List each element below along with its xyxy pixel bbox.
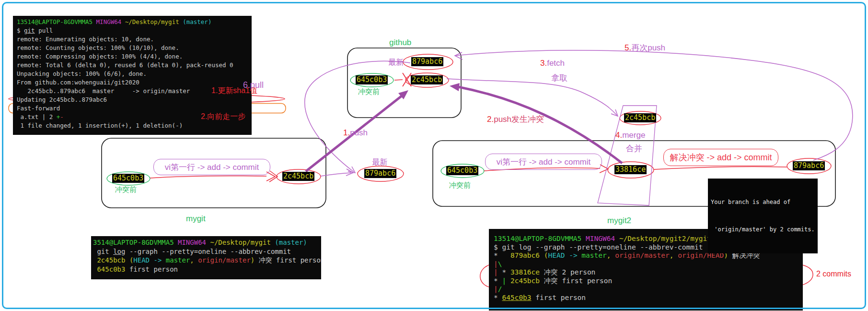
resolve-conflict-bubble: 解决冲突 -> add -> commit [663, 149, 778, 166]
terminal-line: |\ [494, 260, 798, 269]
terminal-text-segment [162, 256, 165, 264]
terminal-text-segment: first person [532, 294, 586, 301]
commit-node-fetched-2c45bcb: 2c45bcb [624, 113, 656, 122]
terminal-text-segment: | [502, 277, 506, 285]
terminal-text-segment [121, 18, 125, 25]
terminal-line: $ git pull [17, 26, 248, 35]
step-3-fetch-cn-label: 拿取 [551, 72, 567, 84]
terminal-text-segment: 13514@LAPTOP-8GDVMMA5 [494, 235, 581, 242]
step-number: 2. [487, 115, 494, 124]
commit-node-mygit2-645c0b3: 645c0b3 [446, 166, 478, 175]
step-text: fetch [547, 59, 565, 68]
terminal-text-segment: 冲突 2 person [540, 268, 595, 276]
terminal-line: 1 file changed, 1 insertion(+), 1 deleti… [17, 121, 248, 130]
terminal-line: 3514@LAPTOP-8GDVMMA5 MINGW64 ~/Desktop/m… [93, 238, 319, 247]
commit-node-github-645c0b3: 645c0b3 [356, 75, 388, 84]
terminal-line: remote: Counting objects: 100% (10/10), … [17, 44, 248, 52]
commit-node-mygit2-879abc6: 879abc6 [793, 161, 825, 170]
mygit-645-to-2c4-line [150, 176, 266, 178]
terminal-text-segment: Unpacking objects: 100% (6/6), done. [17, 70, 147, 77]
terminal-text-segment: a.txt | 2 [17, 113, 57, 120]
terminal-text-segment: , [190, 256, 194, 264]
terminal-text-segment: * [494, 277, 502, 285]
terminal-text-segment: Updating 2c45bcb..879abc6 [17, 96, 107, 103]
terminal-text-segment: 冲突 first person [255, 256, 321, 264]
terminal-text-segment [581, 235, 586, 242]
pre-conflict-label-mygit2: 冲突前 [449, 181, 471, 190]
terminal-line: 2c45bcb (HEAD -> master, origin/master) … [93, 256, 319, 265]
git-workflow-diagram: 13514@LAPTOP-8GDVMMA5 MINGW64 ~/Desktop/… [0, 0, 868, 311]
status-line: 'origin/master' by 2 commits. [711, 225, 815, 234]
commit-node-mygit-879abc6: 879abc6 [364, 169, 396, 178]
terminal-text-segment: remote: Enumerating objects: 10, done. [17, 36, 154, 43]
terminal-text-segment: - [60, 113, 64, 120]
terminal-line: remote: Compressing objects: 100% (4/4),… [17, 52, 248, 61]
terminal-text-segment: $ [17, 27, 24, 34]
arrowhead [450, 83, 460, 91]
terminal-text-segment: remote: Compressing objects: 100% (4/4),… [17, 53, 183, 60]
terminal-text-segment: 冲突 first person [540, 277, 612, 285]
mygit2-338-to-879-line [654, 167, 787, 169]
mygit2-label: mygit2 [607, 216, 631, 226]
terminal-text-segment: 2c45bcb [510, 277, 540, 285]
arrowhead [346, 169, 353, 176]
terminal-text-segment: HEAD -> [548, 251, 578, 259]
terminal-text-segment: 2c45bcb [97, 256, 125, 264]
latest-label-github: 最新 [388, 58, 404, 68]
terminal-line: 13514@LAPTOP-8GDVMMA5 MINGW64 ~/Desktop/… [17, 18, 248, 26]
terminal-text-segment [174, 239, 178, 246]
note-step-forward: 2.向前走一步 [201, 112, 245, 122]
terminal-text-segment: ~/Desktop/mygit [125, 18, 179, 25]
terminal-line: * 645c0b3 first person [494, 294, 798, 302]
terminal-text-segment: (master) [183, 18, 211, 25]
terminal-text-segment: MINGW64 [96, 18, 122, 25]
terminal-git-log-mygit: 3514@LAPTOP-8GDVMMA5 MINGW64 ~/Desktop/m… [91, 236, 321, 279]
terminal-text-segment: log [113, 248, 125, 255]
terminal-text-segment: | [494, 285, 498, 293]
vi-edit-bubble-mygit2: vi第一行 -> add -> commit [485, 154, 602, 170]
pre-conflict-label-github: 冲突前 [358, 87, 380, 96]
terminal-text-segment: * [498, 268, 510, 276]
note-two-commits: 2 commits [816, 270, 851, 278]
step-text: push [350, 128, 368, 137]
terminal-text-segment: 3514@LAPTOP-8GDVMMA5 [93, 239, 174, 246]
terminal-text-segment [125, 256, 129, 264]
github-645-to-2c4-line [394, 80, 403, 80]
step-text: merge [622, 131, 645, 140]
terminal-text-segment: master [581, 251, 606, 259]
terminal-text-segment: 13514@LAPTOP-8GDVMMA5 [17, 18, 93, 25]
commit-node-github-2c45bcb: 2c45bcb [411, 75, 443, 84]
terminal-line: remote: Enumerating objects: 10, done. [17, 35, 248, 44]
rejected-push-x-icon [403, 73, 411, 86]
terminal-line: * | 2c45bcb 冲突 first person [494, 277, 798, 286]
push-conflict-arrow [458, 87, 622, 163]
terminal-text-segment: --graph --pretty=oneline --abbrev-commit [125, 248, 291, 255]
terminal-text-segment: ~/Desktop/mygit2/mygit2 [619, 235, 716, 242]
terminal-line: git log --graph --pretty=oneline --abbre… [93, 247, 319, 256]
pre-conflict-label-mygit: 冲突前 [115, 185, 137, 194]
commit-node-mygit-2c45bcb: 2c45bcb [282, 172, 314, 181]
terminal-text-segment [194, 256, 198, 264]
terminal-text-segment: MINGW64 [586, 235, 615, 242]
terminal-line: Unpacking objects: 100% (6/6), done. [17, 70, 248, 78]
note-update-sha1: 1.更新sha1值 [211, 86, 257, 96]
step-4-merge-cn-label: 合并 [626, 143, 642, 154]
terminal-text-segment: git [24, 27, 35, 34]
terminal-text-segment: * [494, 251, 510, 259]
commit-node-mygit2-33816ce: 33816ce [614, 165, 647, 174]
terminal-text-segment [673, 251, 678, 259]
terminal-text-segment: remote: Counting objects: 100% (10/10), … [17, 44, 179, 51]
terminal-text-segment [540, 251, 544, 259]
bubble-text: vi第一行 -> add -> commit [165, 162, 259, 173]
terminal-text-segment: Fast-forward [17, 105, 60, 112]
terminal-line: |/ [494, 285, 798, 294]
terminal-line: Updating 2c45bcb..879abc6 [17, 96, 248, 104]
terminal-text-segment: MINGW64 [178, 239, 206, 246]
terminal-text-segment: origin/master [198, 256, 251, 264]
status-line: Your branch is ahead of [711, 198, 815, 207]
step-1-push-label: 1.push [343, 128, 368, 138]
terminal-text-segment [615, 235, 619, 242]
terminal-text-segment: (master) [275, 239, 307, 246]
terminal-text-segment: git [93, 248, 113, 255]
bubble-text: vi第一行 -> add -> commit [497, 156, 591, 167]
